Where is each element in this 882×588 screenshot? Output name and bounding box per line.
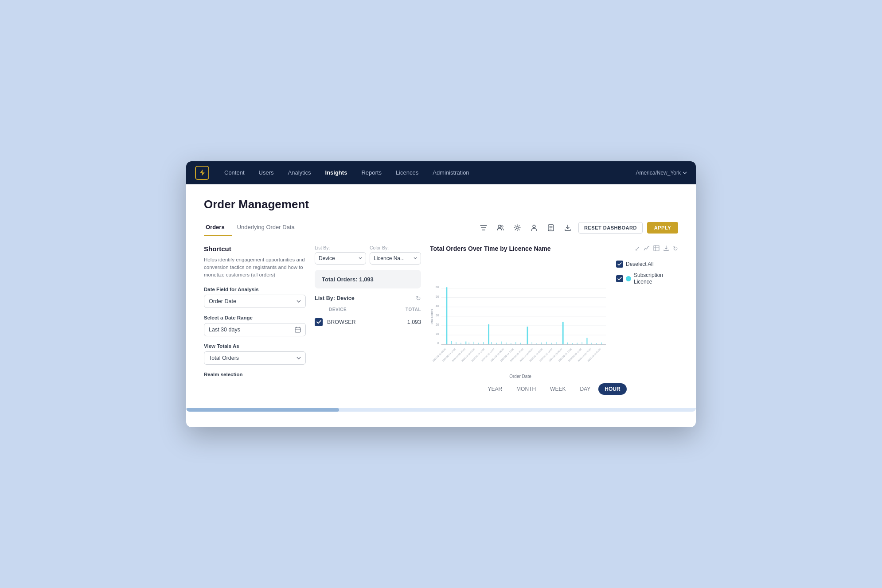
color-by-select[interactable]: Licence Na...	[370, 252, 421, 265]
svg-text:Total Orders: Total Orders	[430, 308, 433, 324]
table-icon[interactable]	[653, 245, 660, 253]
svg-text:10: 10	[436, 332, 439, 335]
svg-rect-45	[556, 342, 556, 344]
expand-icon[interactable]: ⤢	[635, 245, 640, 252]
svg-rect-34	[501, 341, 501, 344]
list-by-device-header: List By: Device ↻	[315, 295, 421, 302]
shortcut-title: Shortcut	[204, 245, 306, 253]
scrollbar-thumb[interactable]	[186, 408, 339, 412]
svg-rect-35	[506, 342, 506, 344]
nav-item-insights[interactable]: Insights	[319, 167, 354, 179]
reset-dashboard-button[interactable]: RESET DASHBOARD	[578, 222, 643, 234]
sidebar: Shortcut Helps identify engagement oppor…	[204, 245, 306, 395]
svg-rect-22	[446, 287, 447, 344]
nav-item-content[interactable]: Content	[218, 167, 251, 179]
nav-logo[interactable]	[195, 166, 209, 180]
legend-item-subscription[interactable]: SubscriptionLicence	[616, 272, 678, 286]
apply-button[interactable]: APPLY	[647, 222, 678, 234]
shortcut-desc: Helps identify engagement opportunities …	[204, 256, 306, 279]
download-icon[interactable]	[562, 222, 574, 234]
list-by-group: List By: Device	[315, 245, 366, 265]
legend-deselect-all[interactable]: Deselect All	[616, 261, 678, 268]
svg-rect-36	[511, 343, 511, 344]
svg-point-2	[516, 227, 519, 229]
settings-icon[interactable]	[511, 222, 523, 234]
chart-icons: ⤢ ↻	[635, 245, 678, 253]
date-field-select[interactable]: Order Date	[204, 295, 306, 308]
download-chart-icon[interactable]	[663, 245, 669, 253]
time-btn-year[interactable]: YEAR	[481, 383, 508, 395]
nav-item-licences[interactable]: Licences	[390, 167, 425, 179]
device-table: DEVICE TOTAL BROWSER 1,093	[315, 305, 421, 328]
device-col-header: DEVICE	[315, 307, 394, 312]
nav-bar: Content Users Analytics Insights Reports…	[186, 161, 696, 184]
svg-rect-27	[468, 342, 469, 344]
subscription-licence-label: SubscriptionLicence	[634, 272, 663, 286]
svg-text:30: 30	[436, 313, 439, 316]
color-by-label: Color By:	[370, 245, 421, 250]
time-btn-month[interactable]: MONTH	[510, 383, 542, 395]
svg-rect-6	[654, 245, 659, 251]
svg-rect-29	[478, 343, 479, 344]
filter-row: List By: Device Color By: Licence Na...	[315, 245, 421, 265]
deselect-all-checkbox[interactable]	[616, 261, 623, 268]
svg-rect-38	[520, 343, 521, 344]
chart-panel: Total Orders Over Time by Licence Name ⤢…	[430, 245, 678, 395]
view-totals-select[interactable]: Total Orders	[204, 351, 306, 365]
chart-header: Total Orders Over Time by Licence Name ⤢…	[430, 245, 678, 253]
svg-rect-28	[473, 342, 474, 344]
svg-rect-51	[586, 338, 587, 344]
svg-rect-44	[551, 343, 551, 344]
svg-rect-31	[488, 324, 489, 344]
main-content: Order Management Orders Underlying Order…	[186, 184, 696, 408]
svg-text:50: 50	[436, 295, 439, 298]
svg-text:40: 40	[436, 304, 439, 307]
browser-checkbox[interactable]	[315, 318, 323, 326]
nav-item-analytics[interactable]: Analytics	[282, 167, 317, 179]
time-btn-week[interactable]: WEEK	[544, 383, 572, 395]
time-btn-hour[interactable]: HOUR	[598, 383, 626, 395]
chart-svg: 0 10 20 30 40 50 60 Total Orders	[430, 256, 611, 371]
time-btn-day[interactable]: DAY	[574, 383, 597, 395]
subscription-licence-checkbox[interactable]	[616, 275, 623, 282]
device-table-header: DEVICE TOTAL	[315, 305, 421, 314]
svg-rect-5	[295, 327, 301, 332]
x-axis-label: Order Date	[430, 374, 611, 379]
svg-point-3	[533, 225, 535, 228]
tab-underlying-order-data[interactable]: Underlying Order Data	[235, 220, 302, 236]
person-icon[interactable]	[528, 222, 540, 234]
svg-rect-32	[491, 342, 492, 344]
svg-rect-54	[601, 342, 601, 344]
svg-rect-43	[546, 342, 546, 344]
svg-rect-50	[581, 342, 582, 344]
svg-point-0	[498, 225, 501, 228]
scrollbar-area	[186, 408, 696, 412]
device-name: BROWSER	[327, 319, 394, 325]
timezone-selector[interactable]: America/New_York	[636, 170, 687, 176]
list-by-select[interactable]: Device	[315, 252, 366, 265]
nav-item-reports[interactable]: Reports	[355, 167, 388, 179]
page-title: Order Management	[204, 198, 678, 211]
date-range-picker[interactable]: Last 30 days	[204, 323, 306, 336]
date-range-value: Last 30 days	[209, 327, 240, 333]
line-chart-icon[interactable]	[644, 245, 650, 253]
chart-svg-wrapper: 0 10 20 30 40 50 60 Total Orders	[430, 256, 611, 379]
timezone-label: America/New_York	[636, 170, 681, 176]
filter-icon[interactable]	[477, 222, 490, 234]
document-icon[interactable]	[545, 222, 557, 234]
color-by-group: Color By: Licence Na...	[370, 245, 421, 265]
nav-item-administration[interactable]: Administration	[426, 167, 475, 179]
svg-rect-49	[577, 343, 578, 344]
date-field-label: Date Field for Analysis	[204, 287, 306, 292]
users-icon[interactable]	[494, 222, 507, 234]
svg-text:0: 0	[437, 342, 439, 345]
tabs-bar: Orders Underlying Order Data	[204, 220, 678, 236]
tab-orders[interactable]: Orders	[204, 220, 232, 236]
refresh-chart-icon[interactable]: ↻	[673, 245, 678, 252]
refresh-icon[interactable]: ↻	[416, 295, 421, 302]
svg-rect-26	[465, 341, 466, 344]
svg-rect-25	[461, 343, 461, 344]
nav-item-users[interactable]: Users	[253, 167, 280, 179]
chart-area: 0 10 20 30 40 50 60 Total Orders	[430, 256, 678, 379]
svg-rect-24	[456, 342, 456, 344]
